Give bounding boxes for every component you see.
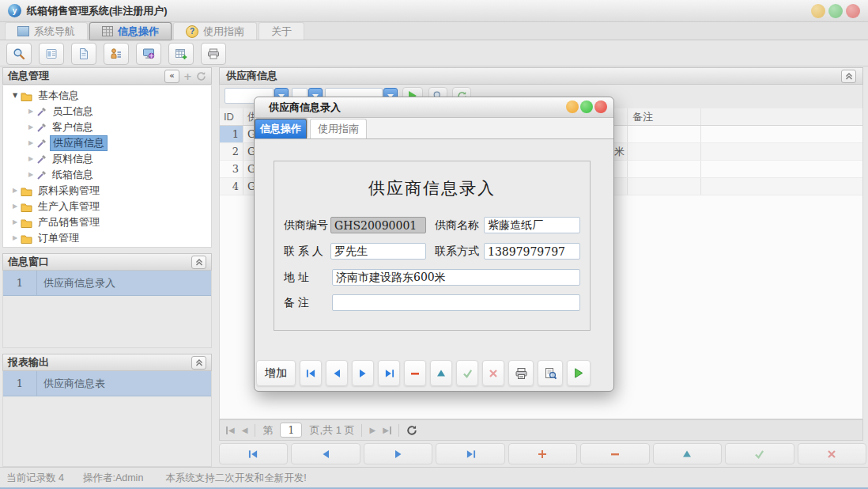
address-field[interactable] [332, 269, 580, 286]
expand-arrow-icon[interactable]: ▶ [25, 124, 36, 131]
grid-cell-id[interactable]: 2 [220, 143, 243, 160]
nav-cancel-button[interactable] [798, 443, 866, 464]
grid-cell-id[interactable]: 4 [220, 178, 243, 195]
expand-arrow-icon[interactable]: ▶ [9, 219, 21, 226]
document-button[interactable] [71, 43, 96, 65]
expand-arrow-icon[interactable]: ▶ [9, 188, 21, 194]
expand-arrow-icon[interactable]: ▶ [25, 172, 36, 178]
tab-system-nav[interactable]: 系统导航 [5, 22, 88, 40]
divider [361, 424, 362, 437]
minus-icon [610, 449, 620, 459]
grid-cell-note[interactable] [628, 143, 701, 160]
info-manage-panel-header: 信息管理 « + [2, 67, 212, 85]
note-field[interactable] [332, 294, 580, 311]
print-preview-icon [544, 367, 557, 380]
nav-insert-button[interactable] [508, 443, 577, 464]
expand-arrow-icon[interactable]: ▶ [9, 203, 21, 210]
tree-label: 原料信息 [50, 151, 96, 167]
refresh-icon[interactable] [196, 71, 206, 82]
tree-item-employee-info[interactable]: ▶ 员工信息 [3, 104, 211, 119]
tree-item-material-info[interactable]: ▶ 原料信息 [3, 151, 211, 167]
list-item-supplier-report[interactable]: 1 供应商信息表 [3, 371, 211, 396]
expand-arrow-icon[interactable]: ▶ [25, 140, 36, 146]
collapse-left-icon[interactable]: « [164, 70, 179, 83]
dialog-tab-bar: 信息操作 使用指南 [255, 118, 613, 139]
dialog-first-button[interactable] [300, 360, 322, 386]
next-page-icon[interactable]: ▶ [369, 426, 376, 434]
tree-item-material-purchase[interactable]: ▶ 原料采购管理 [3, 183, 211, 199]
grid-cell-note[interactable] [628, 126, 701, 142]
nav-prev-button[interactable] [291, 443, 360, 464]
expand-arrow-icon[interactable]: ▶ [25, 108, 36, 115]
table-add-button[interactable] [168, 43, 194, 65]
minimize-button[interactable] [811, 4, 825, 18]
grid-header-note[interactable]: 备注 [628, 108, 701, 125]
grid-cell-id[interactable]: 3 [220, 161, 243, 177]
tab-user-guide[interactable]: ? 使用指南 [173, 22, 257, 40]
add-icon[interactable]: + [183, 71, 192, 82]
dialog-tab-user-guide[interactable]: 使用指南 [310, 119, 367, 138]
tree-item-basic-info[interactable]: ▼ 基本信息 [3, 88, 211, 104]
monitor-view-button[interactable] [136, 43, 161, 65]
tab-info-ops[interactable]: 信息操作 [89, 22, 172, 40]
employee-report-button[interactable] [104, 43, 129, 65]
grid-icon [102, 26, 113, 36]
dialog-run-button[interactable] [567, 360, 591, 386]
dialog-edit-button[interactable] [430, 360, 452, 386]
nav-delete-button[interactable] [580, 443, 649, 464]
tab-about[interactable]: 关于 [259, 22, 304, 40]
close-button[interactable] [846, 4, 860, 18]
dialog-next-button[interactable] [352, 360, 374, 386]
last-page-icon[interactable]: ▶ [383, 426, 391, 434]
form-icon [45, 47, 58, 60]
code-field[interactable] [330, 217, 426, 233]
dialog-last-button[interactable] [378, 360, 400, 386]
page-number-input[interactable] [280, 423, 302, 438]
tree-item-production-storage[interactable]: ▶ 生产入库管理 [3, 199, 211, 214]
expand-arrow-icon[interactable]: ▼ [9, 93, 21, 99]
collapse-up-icon[interactable] [191, 356, 206, 370]
grid-cell-note[interactable] [628, 178, 701, 195]
tree-item-customer-info[interactable]: ▶ 客户信息 [3, 119, 211, 135]
grid-header-id[interactable]: ID [220, 108, 243, 125]
maximize-button[interactable] [828, 4, 843, 18]
tree-item-carton-info[interactable]: ▶ 纸箱信息 [3, 167, 211, 183]
nav-next-button[interactable] [364, 443, 432, 464]
dialog-cancel-button[interactable] [482, 360, 504, 386]
list-item-supplier-entry[interactable]: 1 供应商信息录入 [3, 271, 211, 296]
tree-item-supplier-info[interactable]: ▶ 供应商信息 [3, 135, 211, 151]
search-button[interactable] [6, 43, 32, 65]
dialog-close-button[interactable] [594, 100, 607, 113]
nav-post-button[interactable] [725, 443, 794, 464]
name-field[interactable] [484, 217, 580, 233]
printer-button[interactable] [201, 43, 226, 65]
nav-last-button[interactable] [436, 443, 504, 464]
dialog-tab-info-ops[interactable]: 信息操作 [255, 119, 307, 138]
collapse-up-icon[interactable] [191, 256, 206, 269]
dialog-prev-button[interactable] [326, 360, 348, 386]
tree-item-order-manage[interactable]: ▶ 订单管理 [3, 230, 211, 246]
dialog-delete-button[interactable] [404, 360, 426, 386]
nav-edit-button[interactable] [653, 443, 722, 464]
dialog-maximize-button[interactable] [580, 100, 593, 113]
phone-field[interactable] [484, 243, 580, 260]
dialog-preview-button[interactable] [538, 360, 563, 386]
contact-field[interactable] [330, 243, 426, 260]
expand-arrow-icon[interactable]: ▶ [25, 156, 36, 162]
tab-label: 信息操作 [260, 122, 301, 136]
dialog-minimize-button[interactable] [566, 100, 579, 113]
first-page-icon[interactable]: ◀ [226, 426, 235, 434]
nav-first-button[interactable] [219, 443, 288, 464]
dialog-print-button[interactable] [508, 360, 534, 386]
divider [398, 424, 399, 437]
dialog-post-button[interactable] [456, 360, 478, 386]
form-view-button[interactable] [39, 43, 64, 65]
grid-cell-note[interactable] [628, 161, 701, 177]
add-button[interactable]: 增加 [256, 360, 296, 386]
refresh-page-icon[interactable] [406, 425, 417, 436]
grid-cell-id[interactable]: 1 [220, 126, 243, 142]
expand-arrow-icon[interactable]: ▶ [9, 235, 21, 241]
tree-item-product-sales[interactable]: ▶ 产品销售管理 [3, 214, 211, 230]
collapse-up-icon[interactable] [841, 70, 856, 83]
prev-page-icon[interactable]: ◀ [242, 426, 248, 434]
